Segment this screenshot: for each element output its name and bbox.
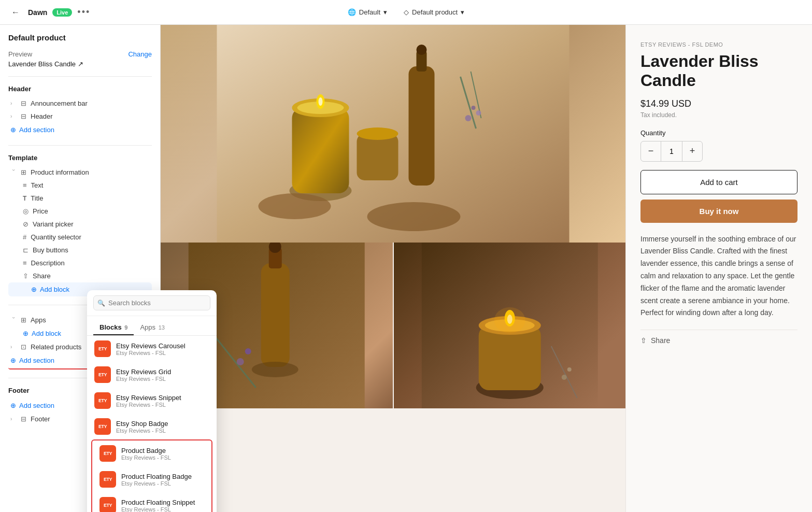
sidebar-item-text[interactable]: ≡ Text — [8, 179, 152, 192]
block-item-etsy-shop-badge[interactable]: ETY Etsy Shop Badge Etsy Reviews - FSL — [87, 414, 217, 439]
svg-point-34 — [494, 307, 525, 333]
product-image-svg — [161, 25, 625, 243]
text-label: Text — [31, 181, 44, 189]
back-button[interactable]: ← — [8, 5, 23, 20]
svg-point-12 — [259, 193, 331, 219]
block-item-etsy-reviews-grid[interactable]: ETY Etsy Reviews Grid Etsy Reviews - FSL — [87, 362, 217, 388]
top-bar-center: 🌐 Default ▾ ◇ Default product ▾ — [344, 6, 468, 18]
chevron-right-icon — [10, 101, 17, 106]
price-label: Price — [33, 207, 48, 215]
view-label: Default — [359, 8, 380, 16]
product-floating-badge-icon: ETY — [99, 471, 116, 488]
svg-point-16 — [465, 115, 472, 121]
etsy-reviews-grid-name: Etsy Reviews Grid — [116, 368, 209, 376]
quantity-label: Quantity — [640, 129, 797, 137]
price-icon: ◎ — [23, 207, 29, 215]
chevron-right-icon — [10, 344, 17, 350]
etsy-reviews-grid-icon: ETY — [94, 366, 111, 383]
title-label: Title — [31, 194, 43, 202]
svg-point-11 — [357, 127, 398, 140]
block-item-etsy-reviews-carousel[interactable]: ETY Etsy Reviews Carousel Etsy Reviews -… — [87, 336, 217, 362]
footer-icon: ⊟ — [21, 415, 26, 423]
quantity-increase-button[interactable]: + — [682, 141, 702, 161]
sub-image-right — [394, 243, 626, 408]
sidebar-item-title[interactable]: T Title — [8, 192, 152, 205]
block-list: ETY Etsy Reviews Carousel Etsy Reviews -… — [87, 336, 217, 512]
external-link-icon[interactable]: ↗ — [78, 60, 83, 68]
tab-blocks[interactable]: Blocks 9 — [93, 320, 134, 335]
product-image-grid — [161, 243, 625, 408]
red-border-group: ETY Product Badge Etsy Reviews - FSL ETY… — [91, 439, 212, 512]
blocks-count: 9 — [124, 324, 127, 331]
buy-now-button[interactable]: Buy it now — [640, 200, 797, 223]
etsy-reviews-carousel-icon: ETY — [94, 340, 111, 357]
block-item-etsy-reviews-snippet[interactable]: ETY Etsy Reviews Snippet Etsy Reviews - … — [87, 388, 217, 414]
block-search-input[interactable] — [93, 295, 210, 310]
apps-icon: ⊞ — [21, 316, 26, 324]
sidebar-item-share[interactable]: ⇧ Share — [8, 269, 152, 282]
svg-point-18 — [472, 106, 476, 110]
product-price: $14.99 USD — [640, 98, 797, 109]
sidebar-item-announcement-bar[interactable]: ⊟ Announcement bar — [8, 97, 152, 110]
view-selector[interactable]: 🌐 Default ▾ — [344, 6, 391, 18]
block-item-product-floating-badge[interactable]: ETY Product Floating Badge Etsy Reviews … — [92, 466, 211, 492]
sidebar-item-quantity-selector[interactable]: # Quantity selector — [8, 231, 152, 244]
sidebar-item-price[interactable]: ◎ Price — [8, 205, 152, 218]
announce-bar-icon: ⊟ — [21, 99, 26, 107]
block-item-product-badge[interactable]: ETY Product Badge Etsy Reviews - FSL — [92, 440, 211, 466]
add-to-cart-button[interactable]: Add to cart — [640, 170, 797, 194]
share-row[interactable]: ⇧ Share — [640, 330, 797, 345]
back-icon: ← — [11, 8, 20, 17]
block-item-product-floating-snippet[interactable]: ETY Product Floating Snippet Etsy Review… — [92, 492, 211, 512]
product-info-icon: ⊞ — [21, 168, 26, 176]
related-products-label: Related products — [31, 343, 81, 351]
block-picker-dropdown[interactable]: 🔍 Blocks 9 Apps 13 ETY Etsy Reviews Caro… — [87, 290, 217, 512]
etsy-reviews-snippet-info: Etsy Reviews Snippet Etsy Reviews - FSL — [116, 394, 209, 408]
svg-rect-20 — [261, 263, 290, 367]
template-section-label: Template — [8, 154, 152, 162]
sub-image-right-svg — [394, 243, 626, 408]
header-label: Header — [31, 112, 53, 120]
sidebar-item-variant-picker[interactable]: ⊘ Variant picker — [8, 218, 152, 231]
diamond-icon: ◇ — [404, 8, 409, 16]
etsy-shop-badge-info: Etsy Shop Badge Etsy Reviews - FSL — [116, 420, 209, 434]
sidebar-item-buy-buttons[interactable]: ⊏ Buy buttons — [8, 244, 152, 257]
product-floating-badge-source: Etsy Reviews - FSL — [121, 480, 204, 487]
product-floating-badge-name: Product Floating Badge — [121, 473, 204, 480]
sidebar-item-product-info[interactable]: › ⊞ Product information — [8, 166, 152, 179]
product-badge-info: Product Badge Etsy Reviews - FSL — [121, 447, 204, 461]
etsy-reviews-grid-info: Etsy Reviews Grid Etsy Reviews - FSL — [116, 368, 209, 382]
add-section-label: Add section — [19, 126, 54, 134]
product-title: Lavender Bliss Candle — [640, 52, 797, 90]
add-block-apps-label: Add block — [32, 330, 61, 337]
view-chevron: ▾ — [383, 8, 387, 16]
description-label: Description — [31, 259, 65, 267]
plus-icon: ⊕ — [31, 286, 37, 293]
svg-rect-29 — [478, 325, 540, 390]
change-link[interactable]: Change — [128, 50, 152, 58]
search-icon: 🔍 — [97, 300, 105, 307]
main-product-image — [161, 25, 625, 243]
product-floating-snippet-info: Product Floating Snippet Etsy Reviews - … — [121, 499, 204, 513]
svg-rect-10 — [357, 134, 398, 180]
sidebar-item-header[interactable]: ⊟ Header — [8, 110, 152, 123]
buy-buttons-icon: ⊏ — [23, 246, 29, 254]
sidebar-item-description[interactable]: ≡ Description — [8, 257, 152, 269]
svg-rect-2 — [292, 108, 349, 193]
svg-point-17 — [476, 110, 481, 116]
add-section-bottom-label: Add section — [19, 357, 54, 364]
header-icon: ⊟ — [21, 112, 26, 120]
add-section-button-header[interactable]: ⊕ Add section — [8, 123, 152, 137]
product-selector[interactable]: ◇ Default product ▾ — [400, 6, 468, 18]
etsy-reviews-snippet-source: Etsy Reviews - FSL — [116, 402, 209, 408]
etsy-reviews-carousel-info: Etsy Reviews Carousel Etsy Reviews - FSL — [116, 342, 209, 356]
product-label: Default product — [412, 8, 458, 16]
svg-point-37 — [567, 367, 571, 372]
product-floating-snippet-name: Product Floating Snippet — [121, 499, 204, 506]
more-button[interactable]: ••• — [77, 7, 90, 18]
theme-name: Dawn — [28, 8, 47, 17]
etsy-shop-badge-name: Etsy Shop Badge — [116, 420, 209, 428]
tab-apps[interactable]: Apps 13 — [134, 320, 171, 335]
quantity-decrease-button[interactable]: − — [641, 141, 661, 161]
block-picker-tabs: Blocks 9 Apps 13 — [87, 316, 217, 336]
